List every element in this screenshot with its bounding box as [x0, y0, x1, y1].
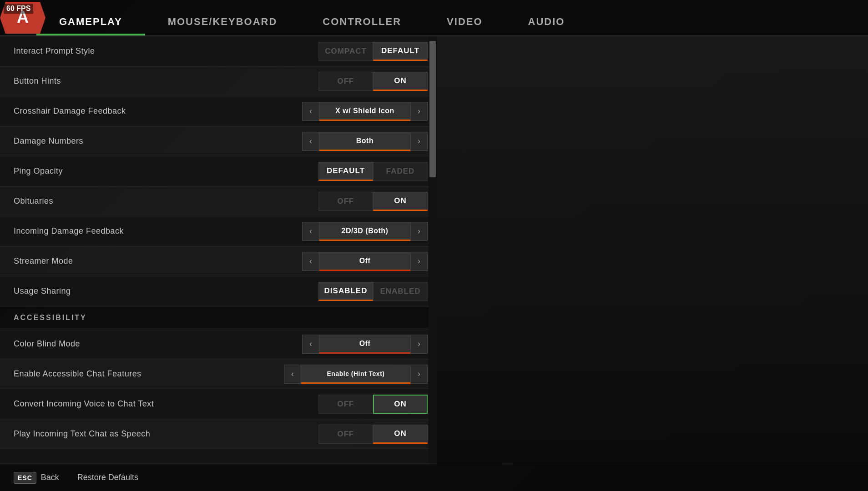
toggle-play-text-off[interactable]: Off — [318, 425, 373, 444]
label-color-blind-mode: Color Blind Mode — [14, 339, 302, 349]
setting-accessible-chat: Enable Accessible Chat Features ‹ Enable… — [0, 359, 437, 389]
toggle-button-hints: Off On — [318, 72, 428, 91]
tab-controller[interactable]: CONTROLLER — [300, 8, 424, 35]
controls-color-blind-mode: ‹ Off › — [302, 335, 428, 354]
setting-ping-opacity: Ping Opacity Default Faded — [0, 156, 437, 186]
settings-list: Interact Prompt Style Compact Default Bu… — [0, 36, 437, 464]
bottom-bar: ESC Back Restore Defaults — [0, 464, 868, 491]
setting-incoming-damage-feedback: Incoming Damage Feedback ‹ 2D/3D (Both) … — [0, 216, 437, 246]
right-panel-inner — [437, 36, 868, 464]
arrow-damage-numbers: ‹ Both › — [302, 132, 428, 151]
arrow-left-crosshair[interactable]: ‹ — [302, 102, 319, 121]
label-incoming-damage-feedback: Incoming Damage Feedback — [14, 226, 302, 236]
label-crosshair-damage-feedback: Crosshair Damage Feedback — [14, 106, 302, 116]
value-streamer-mode: Off — [319, 252, 410, 271]
toggle-interact-prompt-style: Compact Default — [318, 42, 428, 61]
scroll-thumb[interactable] — [429, 41, 436, 177]
fps-counter: 60 FPS — [4, 4, 33, 14]
tab-audio[interactable]: AUDIO — [505, 8, 588, 35]
setting-interact-prompt-style: Interact Prompt Style Compact Default — [0, 36, 437, 66]
value-crosshair-damage-feedback: X w/ Shield Icon — [319, 102, 410, 121]
label-accessible-chat: Enable Accessible Chat Features — [14, 369, 284, 379]
arrow-left-accessible-chat[interactable]: ‹ — [284, 365, 301, 384]
toggle-play-incoming-text: Off On — [318, 425, 428, 444]
controls-convert-voice: Off On — [318, 395, 428, 414]
label-usage-sharing: Usage Sharing — [14, 286, 318, 296]
tab-mouse-keyboard[interactable]: MOUSE/KEYBOARD — [145, 8, 300, 35]
setting-color-blind-mode: Color Blind Mode ‹ Off › — [0, 329, 437, 359]
arrow-left-incoming-damage[interactable]: ‹ — [302, 222, 319, 241]
toggle-obituaries-on[interactable]: On — [373, 192, 428, 211]
arrow-streamer-mode: ‹ Off › — [302, 252, 428, 271]
toggle-convert-voice-on[interactable]: On — [373, 395, 428, 414]
arrow-right-damage-numbers[interactable]: › — [410, 132, 428, 151]
label-play-incoming-text: Play Incoming Text Chat as Speech — [14, 429, 318, 439]
label-streamer-mode: Streamer Mode — [14, 256, 302, 266]
setting-convert-voice: Convert Incoming Voice to Chat Text Off … — [0, 389, 437, 419]
right-panel — [437, 36, 868, 464]
settings-panel: Interact Prompt Style Compact Default Bu… — [0, 36, 437, 464]
toggle-play-text-on[interactable]: On — [373, 425, 428, 444]
arrow-left-color-blind[interactable]: ‹ — [302, 335, 319, 354]
label-damage-numbers: Damage Numbers — [14, 136, 302, 146]
toggle-obituaries-off[interactable]: Off — [318, 192, 373, 211]
toggle-ping-faded[interactable]: Faded — [373, 162, 428, 181]
toggle-convert-voice: Off On — [318, 395, 428, 414]
toggle-usage-enabled[interactable]: Enabled — [373, 282, 428, 301]
label-button-hints: Button Hints — [14, 76, 318, 86]
toggle-usage-disabled[interactable]: Disabled — [318, 282, 373, 301]
arrow-left-damage-numbers[interactable]: ‹ — [302, 132, 319, 151]
controls-damage-numbers: ‹ Both › — [302, 132, 428, 151]
nav-bar: A GAMEPLAY MOUSE/KEYBOARD CONTROLLER VID… — [0, 0, 868, 36]
controls-incoming-damage-feedback: ‹ 2D/3D (Both) › — [302, 222, 428, 241]
arrow-incoming-damage-feedback: ‹ 2D/3D (Both) › — [302, 222, 428, 241]
value-incoming-damage-feedback: 2D/3D (Both) — [319, 222, 410, 241]
controls-accessible-chat: ‹ Enable (Hint Text) › — [284, 365, 428, 384]
back-label: Back — [41, 473, 59, 482]
setting-crosshair-damage-feedback: Crosshair Damage Feedback ‹ X w/ Shield … — [0, 96, 437, 126]
controls-streamer-mode: ‹ Off › — [302, 252, 428, 271]
toggle-convert-voice-off[interactable]: Off — [318, 395, 373, 414]
controls-usage-sharing: Disabled Enabled — [318, 282, 428, 301]
arrow-right-incoming-damage[interactable]: › — [410, 222, 428, 241]
back-action[interactable]: ESC Back — [14, 472, 59, 484]
arrow-right-accessible-chat[interactable]: › — [410, 365, 428, 384]
controls-interact-prompt-style: Compact Default — [318, 42, 428, 61]
arrow-color-blind-mode: ‹ Off › — [302, 335, 428, 354]
main-content: Interact Prompt Style Compact Default Bu… — [0, 36, 868, 464]
controls-play-incoming-text: Off On — [318, 425, 428, 444]
controls-ping-opacity: Default Faded — [318, 162, 428, 181]
esc-key: ESC — [14, 472, 36, 484]
setting-button-hints: Button Hints Off On — [0, 66, 437, 96]
setting-streamer-mode: Streamer Mode ‹ Off › — [0, 246, 437, 276]
arrow-crosshair-damage-feedback: ‹ X w/ Shield Icon › — [302, 102, 428, 121]
arrow-right-color-blind[interactable]: › — [410, 335, 428, 354]
label-ping-opacity: Ping Opacity — [14, 166, 318, 176]
label-interact-prompt-style: Interact Prompt Style — [14, 46, 318, 56]
toggle-default[interactable]: Default — [373, 42, 428, 61]
restore-defaults-label: Restore Defaults — [77, 473, 138, 482]
toggle-usage-sharing: Disabled Enabled — [318, 282, 428, 301]
arrow-accessible-chat: ‹ Enable (Hint Text) › — [284, 365, 428, 384]
label-convert-voice: Convert Incoming Voice to Chat Text — [14, 399, 318, 409]
value-color-blind-mode: Off — [319, 335, 410, 354]
controls-obituaries: Off On — [318, 192, 428, 211]
restore-defaults-action[interactable]: Restore Defaults — [77, 473, 138, 482]
value-accessible-chat: Enable (Hint Text) — [301, 365, 410, 384]
toggle-ping-opacity: Default Faded — [318, 162, 428, 181]
toggle-compact[interactable]: Compact — [318, 42, 373, 61]
arrow-right-crosshair[interactable]: › — [410, 102, 428, 121]
controls-crosshair-damage-feedback: ‹ X w/ Shield Icon › — [302, 102, 428, 121]
setting-play-incoming-text: Play Incoming Text Chat as Speech Off On — [0, 419, 437, 449]
arrow-left-streamer[interactable]: ‹ — [302, 252, 319, 271]
arrow-right-streamer[interactable]: › — [410, 252, 428, 271]
value-damage-numbers: Both — [319, 132, 410, 151]
nav-tabs: GAMEPLAY MOUSE/KEYBOARD CONTROLLER VIDEO… — [36, 0, 587, 35]
toggle-ping-default[interactable]: Default — [318, 162, 373, 181]
toggle-button-hints-off[interactable]: Off — [318, 72, 373, 91]
setting-damage-numbers: Damage Numbers ‹ Both › — [0, 126, 437, 156]
scroll-track — [429, 36, 437, 464]
tab-video[interactable]: VIDEO — [424, 8, 505, 35]
toggle-obituaries: Off On — [318, 192, 428, 211]
toggle-button-hints-on[interactable]: On — [373, 72, 428, 91]
